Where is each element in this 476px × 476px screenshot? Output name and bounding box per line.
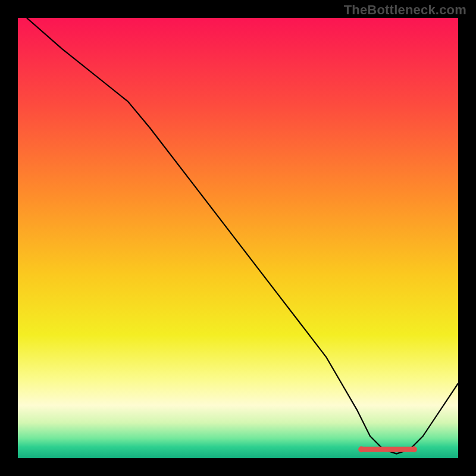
chart-frame: TheBottleneck.com [0,0,476,476]
plot-area [18,18,458,458]
marker-cap-right [411,446,417,452]
bottleneck-chart [18,18,458,458]
watermark-label: TheBottleneck.com [344,2,466,18]
gradient-background [18,18,458,458]
marker-cap-left [358,446,364,452]
